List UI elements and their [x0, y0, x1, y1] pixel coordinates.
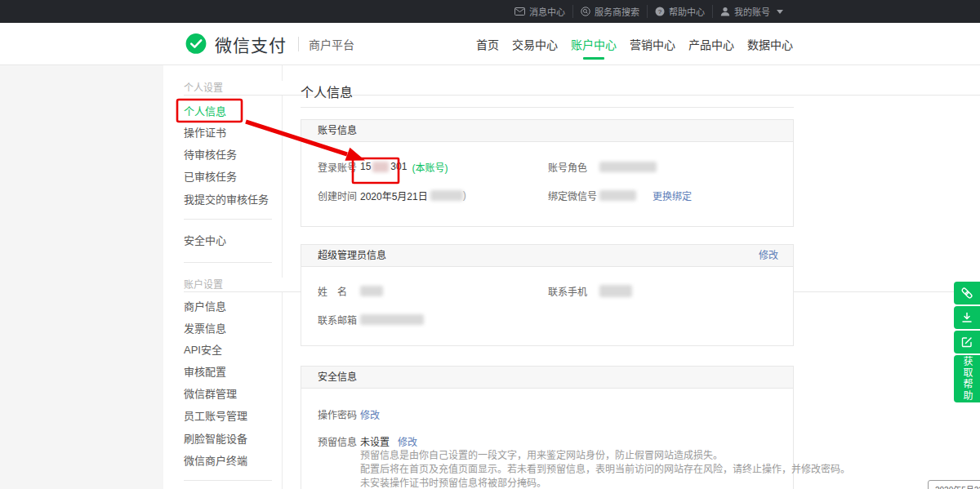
sidebar-item-personal-info[interactable]: 个人信息 — [184, 104, 226, 119]
download-icon — [960, 311, 973, 324]
created-time-label: 创建时间 — [318, 189, 360, 202]
brand-title: 微信支付 — [215, 32, 287, 56]
sidebar-divider — [184, 480, 272, 481]
sidebar-item-pending-review[interactable]: 待审核任务 — [184, 148, 237, 162]
account-role-label: 账号角色 — [548, 160, 599, 174]
topbar-item-sp-search[interactable]: 服务商搜索 — [573, 0, 647, 23]
topbar-item-my-account[interactable]: 我的账号 — [713, 0, 791, 23]
logo[interactable]: 微信支付 商户平台 — [184, 32, 354, 56]
rebind-link[interactable]: 更换绑定 — [653, 189, 692, 202]
sidebar-item-operation-cert[interactable]: 操作证书 — [184, 126, 226, 140]
login-account-row: 登录账号 15301 (本账号) — [318, 160, 448, 173]
reserved-edit-link[interactable]: 修改 — [398, 434, 417, 448]
topbar-item-message-center[interactable]: 消息中心 — [507, 0, 572, 23]
operation-password-row: 操作密码 修改 — [318, 407, 380, 420]
topbar: 消息中心 服务商搜索 ? 帮助中心 我的账号 — [0, 0, 980, 23]
download-button[interactable] — [954, 306, 980, 329]
date-badge: 2020年5月22日 — [928, 480, 980, 489]
link-icon — [960, 287, 973, 300]
page-title: 个人信息 — [301, 82, 353, 101]
super-admin-section: 超级管理员信息 修改 姓 名 联系手机 联系邮箱 — [301, 244, 794, 346]
redacted-admin-email — [360, 314, 424, 325]
admin-email-row: 联系邮箱 — [318, 313, 424, 326]
admin-name-row: 姓 名 — [318, 284, 383, 297]
description-line: 预留信息是由你自己设置的一段文字，用来鉴定网站身份，防止假冒网站造成损失。 — [360, 449, 850, 463]
bound-wechat-row: 绑定微信号 更换绑定 — [548, 189, 692, 202]
search-icon — [581, 7, 590, 16]
edit-icon — [960, 336, 973, 349]
redacted-wechat-id — [599, 190, 636, 201]
main-nav: 首页 交易中心 账户中心 营销中心 产品中心 数据中心 — [475, 23, 794, 65]
topbar-item-label: 帮助中心 — [669, 5, 705, 18]
admin-phone-row: 联系手机 — [548, 284, 632, 297]
security-info-section: 安全信息 操作密码 修改 预留信息 未设置 修改 预留信息是由你自己设置的一段文… — [301, 366, 794, 489]
sidebar-item-my-submitted[interactable]: 我提交的审核任务 — [184, 193, 269, 207]
topbar-menu: 消息中心 服务商搜索 ? 帮助中心 我的账号 — [507, 0, 791, 23]
svg-text:?: ? — [658, 8, 662, 16]
reserved-info-description: 预留信息是由你自己设置的一段文字，用来鉴定网站身份，防止假冒网站造成损失。 配置… — [360, 449, 850, 489]
sidebar-item-face-device[interactable]: 刷脸智能设备 — [184, 432, 247, 447]
brand-divider — [298, 37, 299, 51]
redacted-account-role — [599, 162, 657, 172]
password-edit-link[interactable]: 修改 — [360, 407, 380, 421]
nav-item-data-center[interactable]: 数据中心 — [746, 36, 794, 52]
left-gray-gutter — [0, 65, 163, 489]
link-share-button[interactable] — [954, 282, 980, 305]
chevron-down-icon — [777, 10, 783, 14]
bound-wechat-label: 绑定微信号 — [548, 189, 599, 202]
topbar-item-help-center[interactable]: ? 帮助中心 — [648, 0, 712, 23]
nav-item-trade-center[interactable]: 交易中心 — [511, 36, 559, 52]
admin-phone-label: 联系手机 — [548, 284, 599, 298]
nav-item-marketing-center[interactable]: 营销中心 — [629, 36, 676, 52]
reserved-info-label: 预留信息 — [318, 434, 360, 448]
nav-item-account-center[interactable]: 账户中心 — [570, 36, 617, 52]
account-info-header: 账号信息 — [301, 120, 793, 142]
admin-edit-link[interactable]: 修改 — [759, 245, 778, 266]
operation-password-label: 操作密码 — [318, 407, 360, 421]
sidebar-item-invoice-info[interactable]: 发票信息 — [184, 322, 226, 336]
admin-email-label: 联系邮箱 — [318, 313, 360, 327]
sidebar-item-merchant-terminal[interactable]: 微信商户终端 — [184, 454, 247, 469]
wechat-pay-merchant-platform: 消息中心 服务商搜索 ? 帮助中心 我的账号 — [0, 0, 980, 489]
nav-item-home[interactable]: 首页 — [475, 36, 500, 52]
description-line: 配置后将在首页及充值页面显示。若未看到预留信息，表明当前访问的网站存在风险，请终… — [360, 463, 850, 477]
topbar-item-label: 消息中心 — [529, 5, 565, 18]
sidebar-item-wechat-group[interactable]: 微信群管理 — [184, 387, 237, 402]
feedback-button[interactable] — [954, 331, 980, 353]
super-admin-title: 超级管理员信息 — [318, 250, 386, 261]
nav-item-product-center[interactable]: 产品中心 — [688, 36, 735, 52]
sidebar-item-merchant-info[interactable]: 商户信息 — [184, 300, 226, 314]
user-icon — [720, 7, 730, 16]
redacted-admin-phone — [599, 285, 632, 297]
mail-icon — [514, 7, 525, 16]
portal-subtitle: 商户平台 — [309, 36, 354, 52]
created-time-trail: ) — [463, 189, 466, 201]
redacted-login-middle — [372, 162, 389, 172]
get-help-label: 获取帮助 — [962, 356, 972, 402]
help-icon: ? — [655, 7, 665, 16]
redacted-created-time — [430, 190, 463, 201]
login-account-label: 登录账号 — [318, 160, 360, 174]
created-time-value: 2020年5月21日 — [360, 189, 428, 202]
sidebar-divider — [184, 262, 272, 263]
get-help-button[interactable]: 获取帮助 — [954, 355, 980, 402]
topbar-item-label: 服务商搜索 — [595, 5, 639, 18]
topbar-item-label: 我的账号 — [734, 5, 770, 18]
admin-name-label: 姓 名 — [318, 284, 360, 298]
reserved-info-status: 未设置 — [360, 434, 390, 448]
sidebar-item-review-config[interactable]: 审核配置 — [184, 365, 226, 380]
description-line: 未安装操作证书时预留信息将被部分掩码。 — [360, 477, 850, 489]
super-admin-header: 超级管理员信息 修改 — [301, 245, 793, 267]
sidebar-item-api-security[interactable]: API安全 — [184, 343, 222, 358]
account-info-section: 账号信息 登录账号 15301 (本账号) 账号角色 创建时间 2020年5月2… — [301, 119, 794, 227]
security-info-header: 安全信息 — [301, 367, 793, 389]
sidebar-item-reviewed[interactable]: 已审核任务 — [184, 170, 237, 184]
title-rule — [301, 107, 794, 108]
sidebar-divider — [184, 219, 272, 220]
redacted-admin-name — [360, 286, 383, 296]
reserved-info-row: 预留信息 未设置 修改 — [318, 434, 417, 447]
sidebar-item-staff-account[interactable]: 员工账号管理 — [184, 409, 247, 424]
sidebar-item-security-center[interactable]: 安全中心 — [184, 233, 226, 248]
account-role-row: 账号角色 — [548, 160, 657, 173]
wechat-pay-logo-icon — [184, 32, 208, 56]
